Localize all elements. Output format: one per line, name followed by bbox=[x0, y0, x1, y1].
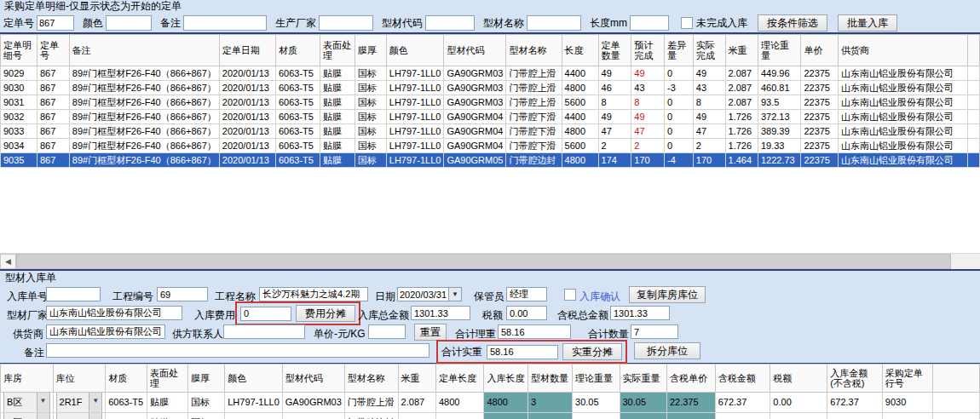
filter-input-5[interactable] bbox=[527, 15, 581, 31]
tax-field[interactable] bbox=[506, 306, 547, 320]
filter-by-condition-button[interactable]: 按条件筛选 bbox=[758, 14, 827, 32]
column-header: 税额 bbox=[770, 364, 827, 393]
table-row[interactable]: 902986789#门框型材F26-F40（866+867）2020/01/13… bbox=[1, 66, 980, 81]
split-warehouse-button[interactable]: 拆分库位 bbox=[634, 342, 700, 359]
copy-warehouse-location-button[interactable]: 复制库房库位 bbox=[629, 286, 706, 303]
cell: 6063-T5 bbox=[106, 413, 147, 419]
calendar-dropdown-icon[interactable]: ▼ bbox=[448, 287, 462, 301]
total-theory-weight-field[interactable] bbox=[498, 324, 571, 339]
warehouse-combo[interactable]: B区▼ bbox=[1, 413, 54, 419]
cell: 6063-T5 bbox=[275, 139, 320, 153]
cell bbox=[967, 66, 979, 81]
cell: 0 bbox=[664, 66, 693, 81]
order-table-area: 定单明细号定单号备注定单日期材质表面处理膜厚颜色型材代码型材名称长度定单数量预计… bbox=[0, 34, 980, 253]
cell: 6063-T5 bbox=[275, 153, 320, 168]
chevron-down-icon[interactable]: ▼ bbox=[37, 393, 49, 412]
scroll-left-icon[interactable]: ◀ bbox=[0, 254, 16, 269]
filter-label-2: 备注 bbox=[160, 16, 181, 31]
filter-input-2[interactable] bbox=[183, 15, 267, 31]
cell: 0 bbox=[664, 124, 693, 139]
cell: 门带腔上滑 bbox=[506, 66, 562, 81]
cell: 9030 bbox=[882, 393, 933, 413]
cell: 贴膜 bbox=[147, 393, 188, 413]
cell: 贴膜 bbox=[320, 81, 355, 95]
cell: 门带腔边封 bbox=[344, 413, 398, 419]
cell: 43 bbox=[693, 81, 725, 95]
table-row[interactable]: B区▼2R1F▼6063-T5贴膜国标LH797-1LL0GA90GRM03门带… bbox=[1, 393, 980, 413]
supplier-contact-field[interactable] bbox=[223, 324, 305, 339]
location-combo[interactable]: 5B2F▼ bbox=[53, 413, 106, 419]
chevron-down-icon[interactable]: ▼ bbox=[37, 413, 49, 419]
filter-input-6[interactable] bbox=[630, 15, 669, 31]
cell bbox=[967, 110, 979, 124]
inbound-fee-field[interactable] bbox=[240, 307, 291, 321]
order-table-hscrollbar[interactable]: ◀ bbox=[0, 253, 980, 269]
reset-button[interactable]: 重置 bbox=[414, 324, 447, 341]
batch-inbound-button[interactable]: 批量入库 bbox=[838, 14, 897, 32]
cell: 867 bbox=[37, 81, 69, 95]
supplier-field[interactable] bbox=[46, 324, 165, 339]
date-field[interactable] bbox=[397, 287, 448, 301]
table-row[interactable]: 903386789#门框型材F26-F40（866+867）2020/01/13… bbox=[1, 124, 980, 139]
cell: 门带腔下滑 bbox=[506, 139, 562, 153]
table-row[interactable]: B区▼5B2F▼6063-T5贴膜国标LH797-1LL0GA90GRM05门带… bbox=[1, 413, 980, 419]
project-no-label: 工程编号 bbox=[112, 290, 153, 301]
inbound-total-field[interactable] bbox=[411, 306, 470, 320]
project-name-field[interactable] bbox=[259, 287, 368, 301]
total-actual-weight-field[interactable] bbox=[487, 345, 558, 359]
cell: GA90GRM04 bbox=[444, 110, 506, 124]
tax-label: 税额 bbox=[482, 308, 503, 320]
inbound-confirm-label: 入库确认 bbox=[579, 290, 620, 301]
cell: -3 bbox=[664, 81, 693, 95]
cell: 2020/01/13 bbox=[219, 95, 275, 110]
total-actual-weight-label: 合计实重 bbox=[441, 345, 482, 359]
column-header: 备注 bbox=[69, 35, 219, 66]
receipt-no-label: 入库单号 bbox=[7, 290, 48, 301]
keeper-field[interactable] bbox=[506, 287, 547, 301]
cell: 国标 bbox=[187, 413, 224, 419]
project-no-field[interactable] bbox=[157, 287, 208, 301]
warehouse-combo[interactable]: B区▼ bbox=[1, 393, 54, 413]
cell: 867 bbox=[37, 153, 69, 168]
unit-price-field[interactable] bbox=[368, 324, 406, 339]
scrollbar-thumb[interactable] bbox=[16, 254, 951, 269]
table-row[interactable]: 903486789#门框型材F26-F40（866+867）2020/01/13… bbox=[1, 139, 980, 153]
combo-value: 5B2F bbox=[57, 414, 89, 419]
cell bbox=[933, 393, 980, 413]
unfinished-inbound-checkbox[interactable] bbox=[681, 17, 693, 29]
receipt-no-field[interactable] bbox=[46, 287, 101, 301]
cell: 867 bbox=[37, 66, 69, 81]
table-row[interactable]: 903186789#门框型材F26-F40（866+867）2020/01/13… bbox=[1, 95, 980, 110]
total-with-tax-field[interactable] bbox=[610, 306, 670, 320]
table-row[interactable]: 903086789#门框型材F26-F40（866+867）2020/01/13… bbox=[1, 81, 980, 95]
cell: 9035 bbox=[1, 153, 37, 168]
cell: LH797-1LL0 bbox=[386, 81, 444, 95]
cell: 867 bbox=[37, 110, 69, 124]
filter-input-1[interactable] bbox=[106, 15, 152, 31]
actual-weight-split-button[interactable]: 实重分摊 bbox=[562, 343, 622, 360]
column-header: 材质 bbox=[275, 35, 320, 66]
chevron-down-icon[interactable]: ▼ bbox=[89, 393, 101, 412]
column-header: 库位 bbox=[53, 364, 106, 393]
filter-input-0[interactable] bbox=[37, 15, 74, 31]
inbound-confirm-checkbox[interactable] bbox=[564, 289, 576, 301]
cell: 389.39 bbox=[758, 124, 800, 139]
total-qty-field[interactable] bbox=[631, 324, 678, 339]
cell: 49 bbox=[693, 110, 725, 124]
cell: 山东南山铝业股份有限公司 bbox=[839, 153, 968, 168]
fee-split-button[interactable]: 费用分摊 bbox=[296, 305, 355, 322]
table-row[interactable]: 903286789#门框型材F26-F40（866+867）2020/01/13… bbox=[1, 110, 980, 124]
cell: 4800 bbox=[435, 393, 483, 413]
cell: 867 bbox=[37, 139, 69, 153]
location-combo[interactable]: 2R1F▼ bbox=[53, 393, 106, 413]
filter-input-4[interactable] bbox=[425, 15, 475, 31]
cell: 867 bbox=[37, 95, 69, 110]
filter-input-3[interactable] bbox=[319, 15, 373, 31]
cell: 国标 bbox=[355, 66, 386, 81]
manufacturer-field[interactable] bbox=[46, 306, 182, 320]
remark-field[interactable] bbox=[46, 343, 429, 358]
cell: 372.13 bbox=[758, 110, 800, 124]
table-row[interactable]: 903586789#门框型材F26-F40（866+867）2020/01/13… bbox=[1, 153, 980, 168]
supplier-contact-label: 供方联系人 bbox=[172, 327, 223, 339]
chevron-down-icon[interactable]: ▼ bbox=[89, 413, 101, 419]
